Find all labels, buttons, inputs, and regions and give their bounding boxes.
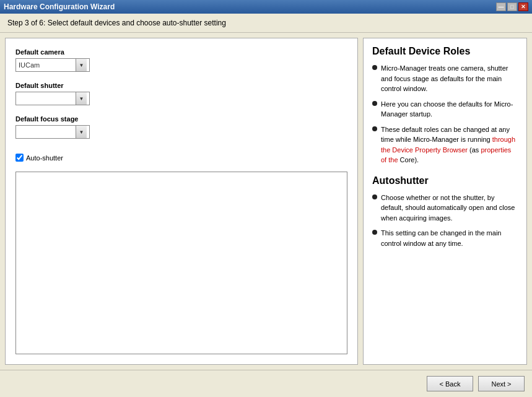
bullet-dot-1 <box>372 65 377 70</box>
device-roles-list: Micro-Manager treats one camera, shutter… <box>372 63 518 165</box>
step-header-text: Step 3 of 6: Select default devices and … <box>7 19 226 27</box>
right-panel: Default Device Roles Micro-Manager treat… <box>363 38 527 365</box>
default-camera-label: Default camera <box>15 48 347 56</box>
content-area: Default camera IUCam ▼ Default shutter ▼… <box>0 33 532 370</box>
autoshutter-list: Choose whether or not the shutter, by de… <box>372 193 518 249</box>
default-shutter-arrow[interactable]: ▼ <box>76 92 87 105</box>
minimize-button[interactable]: — <box>496 2 506 11</box>
text-area-box <box>15 172 347 354</box>
default-focus-stage-arrow[interactable]: ▼ <box>76 126 87 138</box>
back-button[interactable]: < Back <box>427 376 473 391</box>
bullet-dot-3 <box>372 126 377 131</box>
bullet-dot-2 <box>372 101 377 106</box>
title-bar: Hardware Configuration Wizard — □ ✕ <box>0 0 532 14</box>
device-roles-item-1: Micro-Manager treats one camera, shutter… <box>372 63 518 94</box>
default-camera-dropdown[interactable]: IUCam ▼ <box>15 58 90 72</box>
step-header: Step 3 of 6: Select default devices and … <box>0 14 532 33</box>
device-roles-title: Default Device Roles <box>372 46 518 57</box>
default-camera-arrow[interactable]: ▼ <box>76 59 87 71</box>
title-bar-controls: — □ ✕ <box>496 2 528 11</box>
default-shutter-group: Default shutter ▼ <box>15 82 347 105</box>
auto-shutter-checkbox[interactable] <box>15 154 24 162</box>
auto-shutter-label: Auto-shutter <box>26 154 63 162</box>
left-panel: Default camera IUCam ▼ Default shutter ▼… <box>5 38 358 365</box>
autoshutter-title: Autoshutter <box>372 175 518 186</box>
default-focus-stage-group: Default focus stage ▼ <box>15 115 347 139</box>
default-camera-value: IUCam <box>19 61 76 69</box>
autoshutter-item-1: Choose whether or not the shutter, by de… <box>372 193 518 224</box>
close-button[interactable]: ✕ <box>518 2 528 11</box>
autoshutter-text-2: This setting can be changed in the main … <box>381 228 518 248</box>
device-roles-text-1: Micro-Manager treats one camera, shutter… <box>381 63 518 94</box>
device-roles-item-2: Here you can choose the defaults for Mic… <box>372 99 518 120</box>
auto-shutter-row: Auto-shutter <box>15 154 347 162</box>
device-roles-text-2: Here you can choose the defaults for Mic… <box>381 99 518 120</box>
default-shutter-dropdown[interactable]: ▼ <box>15 92 90 105</box>
maximize-button[interactable]: □ <box>507 2 517 11</box>
autoshutter-text-1: Choose whether or not the shutter, by de… <box>381 193 518 224</box>
main-window: Step 3 of 6: Select default devices and … <box>0 14 532 397</box>
title-bar-text: Hardware Configuration Wizard <box>4 2 115 11</box>
title-bar-title: Hardware Configuration Wizard <box>4 2 115 11</box>
bullet-dot-4 <box>372 194 377 199</box>
device-roles-item-3: These default roles can be changed at an… <box>372 124 518 165</box>
default-camera-group: Default camera IUCam ▼ <box>15 48 347 72</box>
autoshutter-item-2: This setting can be changed in the main … <box>372 228 518 248</box>
bullet-dot-5 <box>372 230 377 235</box>
default-focus-stage-label: Default focus stage <box>15 115 347 123</box>
device-roles-text-3: These default roles can be changed at an… <box>381 124 518 165</box>
default-shutter-label: Default shutter <box>15 82 347 89</box>
next-button[interactable]: Next > <box>478 376 525 391</box>
footer: < Back Next > <box>0 370 532 397</box>
default-focus-stage-dropdown[interactable]: ▼ <box>15 125 90 139</box>
